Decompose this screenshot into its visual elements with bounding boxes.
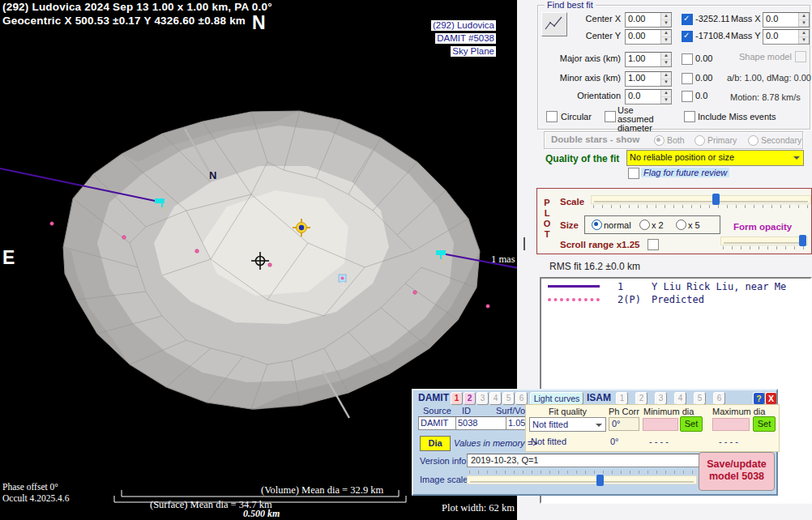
axis-north-label: N	[209, 169, 216, 181]
size-radio-group: normal x 2 x 5	[584, 215, 720, 234]
legend-row-id: 2(P)	[618, 294, 652, 305]
orientation-input[interactable]: 0.0▲▼	[625, 89, 672, 104]
mass-y-label: Mass Y	[731, 31, 760, 40]
mass-y-spinner[interactable]: ▲▼	[798, 30, 809, 44]
max-dia-field[interactable]	[712, 418, 750, 431]
isam-tab-6[interactable]: 6	[713, 392, 725, 405]
double-secondary-radio[interactable]	[748, 135, 759, 146]
scale-slider-track[interactable]	[591, 195, 811, 204]
find-best-fit-title: Find best fit	[545, 0, 596, 10]
miss-events-checkbox[interactable]	[684, 111, 695, 122]
ph-corr-field[interactable]: 0°	[609, 417, 639, 431]
phase-offset-label: Phase offset 0°	[2, 482, 58, 492]
circular-label: Circular	[561, 112, 592, 121]
dia-button[interactable]: Dia	[420, 436, 451, 451]
center-y-fit-value: -17108.4	[695, 31, 729, 40]
center-x-input[interactable]: 0.00▲▼	[625, 12, 672, 28]
double-both-radio[interactable]	[654, 135, 665, 146]
assumed-diameter-label: Use assumed diameter	[618, 106, 669, 133]
image-scale-slider[interactable]	[467, 471, 697, 487]
image-scale-track[interactable]	[467, 475, 697, 484]
minor-axis-label: Minor axis (km)	[540, 73, 621, 83]
major-axis-input[interactable]: 1.00▲▼	[625, 52, 672, 67]
scroll-range-checkbox[interactable]	[647, 239, 659, 250]
chord1-right-label: 1	[441, 255, 446, 267]
size-x5-label: x 5	[688, 220, 700, 230]
light-curves-button[interactable]: Light curves	[530, 392, 583, 405]
scalebar-label: 0.500 km	[243, 508, 280, 520]
major-axis-fit-checkbox[interactable]	[682, 53, 693, 65]
orientation-fit-checkbox[interactable]	[682, 91, 693, 102]
version-info-field[interactable]: 2019-10-23, Q=1	[467, 454, 702, 467]
double-secondary-label: Secondary	[761, 135, 801, 145]
minor-axis-input[interactable]: 1.00▲▼	[625, 71, 672, 87]
double-primary-radio[interactable]	[694, 135, 705, 146]
double-stars-group: Double stars - show Both Primary Seconda…	[544, 131, 803, 149]
shape-model-checkbox[interactable]	[795, 51, 806, 62]
save-update-model-button[interactable]: Save/update model 5038	[699, 452, 775, 491]
damit-tab-3[interactable]: 3	[477, 392, 489, 405]
isam-tab-2[interactable]: 2	[635, 392, 647, 405]
min-dia-set-button[interactable]: Set	[680, 416, 703, 432]
app-version-label: Occult 4.2025.4.6	[2, 493, 69, 503]
center-y-label: Center Y	[540, 31, 621, 40]
scale-slider-thumb[interactable]	[712, 194, 720, 205]
mass-x-input[interactable]: 0.0▲▼	[763, 12, 810, 28]
center-x-spinner[interactable]: ▲▼	[660, 13, 671, 27]
form-opacity-slider[interactable]	[720, 235, 808, 251]
image-scale-thumb[interactable]	[596, 475, 604, 486]
form-opacity-thumb[interactable]	[799, 235, 806, 246]
isam-tab-5[interactable]: 5	[694, 392, 706, 405]
max-dia-set-button[interactable]: Set	[753, 416, 776, 432]
center-x-fit-checkbox[interactable]	[682, 14, 693, 25]
min-dia-field[interactable]	[643, 418, 678, 431]
legend-row[interactable]: 2(P) Predicted	[548, 294, 807, 305]
quality-of-fit-dropdown[interactable]: No reliable position or size	[626, 150, 804, 166]
minor-axis-fit-checkbox[interactable]	[682, 73, 693, 84]
orientation-spinner[interactable]: ▲▼	[660, 90, 671, 104]
size-normal-radio[interactable]	[592, 220, 602, 230]
orientation-label: Orientation	[540, 91, 621, 100]
model-id-field[interactable]: 5038	[455, 416, 507, 430]
ab-dmag-label: a/b: 1.00, dMag: 0.00	[727, 73, 811, 83]
form-opacity-track[interactable]	[720, 237, 808, 245]
size-x2-label: x 2	[652, 220, 664, 230]
center-x-label: Center X	[540, 14, 621, 23]
isam-tab-1[interactable]: 1	[616, 392, 628, 405]
flag-review-label: Flag for future review	[641, 168, 729, 177]
image-scale-ticks	[469, 471, 694, 474]
center-y-fit-checkbox[interactable]	[682, 31, 693, 42]
object-name-chip: (292) Ludovica	[431, 20, 496, 31]
damit-tab-1[interactable]: 1	[451, 392, 463, 405]
mass-y-input[interactable]: 0.0▲▼	[763, 29, 810, 45]
help-button[interactable]: ?	[753, 392, 765, 405]
major-axis-spinner[interactable]: ▲▼	[660, 53, 671, 66]
center-y-input[interactable]: 0.00▲▼	[625, 29, 672, 45]
miss-events-label: Include Miss events	[698, 112, 776, 121]
scale-slider[interactable]	[591, 194, 811, 210]
id-header: ID	[462, 406, 471, 416]
circular-checkbox[interactable]	[546, 111, 558, 122]
damit-tab-4[interactable]: 4	[489, 392, 502, 405]
source-field[interactable]: DAMIT	[418, 416, 457, 430]
center-y-spinner[interactable]: ▲▼	[660, 30, 671, 44]
size-x5-radio[interactable]	[676, 220, 686, 230]
minor-axis-spinner[interactable]: ▲▼	[660, 72, 671, 86]
isam-tab-3[interactable]: 3	[655, 392, 667, 405]
damit-tab-2[interactable]: 2	[464, 392, 476, 405]
damit-tab-6[interactable]: 6	[515, 392, 528, 405]
size-x2-radio[interactable]	[639, 220, 650, 230]
plot-vertical-title: PL OT	[543, 198, 551, 240]
values-in-memory-label: Values in memory =>	[454, 438, 538, 448]
isam-tab-4[interactable]: 4	[674, 392, 686, 405]
fit-quality-dropdown[interactable]: Not fitted	[529, 417, 606, 432]
flag-review-checkbox[interactable]	[628, 168, 639, 179]
asteroid-shape-model	[63, 111, 480, 410]
assumed-diameter-checkbox[interactable]	[605, 111, 616, 122]
damit-tab-5[interactable]: 5	[502, 392, 515, 405]
ph-corr-header: Ph Corr	[609, 407, 639, 416]
legend-row[interactable]: 1 Y Liu Rick Liu, near Me	[548, 281, 807, 292]
mass-x-spinner[interactable]: ▲▼	[798, 13, 809, 27]
close-button[interactable]: X	[765, 392, 777, 405]
model-id-chip: DAMIT #5038	[435, 33, 496, 44]
